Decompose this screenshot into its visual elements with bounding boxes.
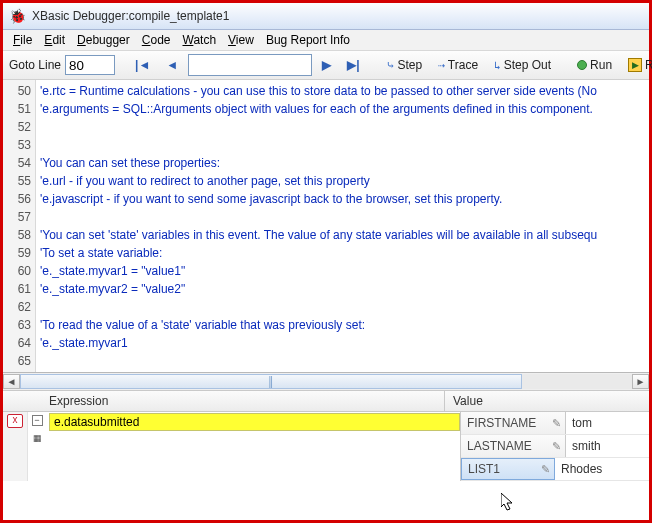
menu-file[interactable]: File	[9, 32, 36, 48]
code-line[interactable]: 'e._state.myvar1 = "value1"	[40, 262, 645, 280]
next-icon: ▶	[322, 59, 331, 71]
scroll-thumb[interactable]: ║	[20, 374, 522, 389]
line-number: 63	[5, 316, 31, 334]
code-line[interactable]	[40, 298, 645, 316]
edit-pencil-icon[interactable]: ✎	[552, 440, 561, 453]
horizontal-scrollbar[interactable]: ◄ ║ ►	[3, 373, 649, 391]
run-icon	[577, 60, 587, 70]
edit-pencil-icon[interactable]: ✎	[541, 463, 550, 476]
value-row[interactable]: LIST1✎Rhodes	[461, 458, 649, 481]
code-line[interactable]: 'e.arguments = SQL::Arguments object wit…	[40, 100, 645, 118]
svg-marker-0	[501, 493, 512, 510]
code-line[interactable]: 'You can set 'state' variables in this e…	[40, 226, 645, 244]
window-title: XBasic Debugger:compile_template1	[32, 9, 229, 23]
line-gutter: 50515253545556575859606162636465	[3, 80, 36, 372]
watch-header-value: Value	[444, 391, 649, 411]
menu-bugreport[interactable]: Bug Report Info	[262, 32, 354, 48]
goto-label: Goto Line	[9, 58, 61, 72]
value-grid: FIRSTNAME✎tomLASTNAME✎smithLIST1✎Rhodes	[461, 412, 649, 481]
line-number: 54	[5, 154, 31, 172]
nav-last-button[interactable]: ▶|	[341, 54, 365, 76]
line-number: 51	[5, 100, 31, 118]
menu-bar: File Edit Debugger Code Watch View Bug R…	[3, 30, 649, 51]
trace-button[interactable]: ⇢Trace	[432, 54, 484, 76]
value-val[interactable]: smith	[566, 435, 649, 457]
code-editor[interactable]: 50515253545556575859606162636465 'e.rtc …	[3, 80, 649, 373]
watch-expression-cell[interactable]: e.datasubmitted	[49, 413, 460, 431]
code-line[interactable]: 'e.url - if you want to redirect to anot…	[40, 172, 645, 190]
error-badge-icon[interactable]: x	[7, 414, 23, 428]
nav-next-button[interactable]: ▶	[316, 54, 337, 76]
code-line[interactable]: 'e.rtc = Runtime calculations - you can …	[40, 82, 645, 100]
code-line[interactable]	[40, 352, 645, 370]
code-line[interactable]: 'e._state.myvar2 = "value2"	[40, 280, 645, 298]
code-line[interactable]: 'e._state.myvar1	[40, 334, 645, 352]
scroll-left-arrow[interactable]: ◄	[3, 374, 20, 389]
tree-node-icon[interactable]: ▦	[33, 434, 42, 443]
skip-last-icon: ▶|	[347, 59, 359, 71]
line-number: 61	[5, 280, 31, 298]
value-key[interactable]: FIRSTNAME✎	[461, 412, 566, 434]
menu-watch[interactable]: Watch	[178, 32, 220, 48]
runto-icon: ▶	[628, 58, 642, 72]
value-val[interactable]: Rhodes	[555, 458, 649, 480]
code-line[interactable]: 'To read the value of a 'state' variable…	[40, 316, 645, 334]
menu-debugger[interactable]: Debugger	[73, 32, 134, 48]
code-line[interactable]	[40, 118, 645, 136]
code-line[interactable]: 'e.javascript - if you want to send some…	[40, 190, 645, 208]
line-number: 65	[5, 352, 31, 370]
line-number: 57	[5, 208, 31, 226]
code-line[interactable]	[40, 208, 645, 226]
menu-code[interactable]: Code	[138, 32, 175, 48]
nav-first-button[interactable]: |◄	[129, 54, 156, 76]
skip-first-icon: |◄	[135, 59, 150, 71]
prev-icon: ◄	[166, 59, 178, 71]
runto-button[interactable]: ▶Run to	[622, 54, 652, 76]
line-number: 62	[5, 298, 31, 316]
value-val[interactable]: tom	[566, 412, 649, 434]
tree-collapse-icon[interactable]: −	[32, 415, 43, 426]
code-line[interactable]: 'To set a state variable:	[40, 244, 645, 262]
line-number: 55	[5, 172, 31, 190]
scroll-right-arrow[interactable]: ►	[632, 374, 649, 389]
line-number: 50	[5, 82, 31, 100]
line-number: 58	[5, 226, 31, 244]
watch-header-expression: Expression	[3, 391, 444, 411]
scroll-track[interactable]: ║	[20, 374, 632, 389]
bug-icon: 🐞	[9, 9, 26, 23]
line-number: 59	[5, 244, 31, 262]
code-line[interactable]	[40, 136, 645, 154]
mouse-cursor-icon	[501, 493, 515, 513]
trace-icon: ⇢	[438, 59, 445, 72]
edit-pencil-icon[interactable]: ✎	[552, 417, 561, 430]
run-button[interactable]: Run	[571, 54, 618, 76]
line-number: 52	[5, 118, 31, 136]
step-button[interactable]: ⤷Step	[380, 54, 429, 76]
toolbar: Goto Line |◄ ◄ ▶ ▶| ⤷Step ⇢Trace ↳Step O…	[3, 51, 649, 80]
line-number: 64	[5, 334, 31, 352]
seek-input[interactable]	[188, 54, 312, 76]
code-content[interactable]: 'e.rtc = Runtime calculations - you can …	[36, 80, 649, 372]
nav-prev-button[interactable]: ◄	[160, 54, 184, 76]
value-row[interactable]: FIRSTNAME✎tom	[461, 412, 649, 435]
value-key[interactable]: LASTNAME✎	[461, 435, 566, 457]
goto-line-input[interactable]	[65, 55, 115, 75]
value-key[interactable]: LIST1✎	[461, 458, 555, 480]
step-icon: ⤷	[386, 59, 395, 72]
menu-edit[interactable]: Edit	[40, 32, 69, 48]
code-line[interactable]: 'You can can set these properties:	[40, 154, 645, 172]
value-row[interactable]: LASTNAME✎smith	[461, 435, 649, 458]
stepout-icon: ↳	[494, 59, 501, 72]
menu-view[interactable]: View	[224, 32, 258, 48]
stepout-button[interactable]: ↳Step Out	[488, 54, 557, 76]
line-number: 53	[5, 136, 31, 154]
watch-panel: Expression Value x − ▦ e.datasubmitted F…	[3, 391, 649, 481]
line-number: 60	[5, 262, 31, 280]
line-number: 56	[5, 190, 31, 208]
